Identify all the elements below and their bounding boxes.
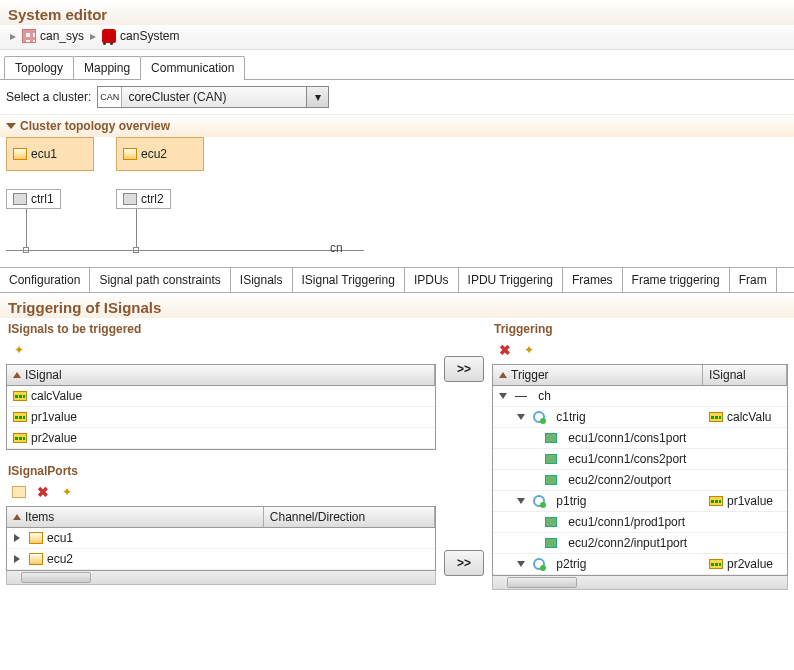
left-heading: ISignals to be triggered	[6, 318, 436, 340]
tab-configuration[interactable]: Configuration	[0, 268, 90, 292]
tree-row[interactable]: ecu2/conn2/input1port	[493, 533, 787, 554]
cluster-select[interactable]: CAN coreCluster (CAN) ▾	[97, 86, 329, 108]
highlight-icon[interactable]	[10, 484, 28, 500]
tree-row[interactable]: p2trig pr2value	[493, 554, 787, 575]
tree-row[interactable]: ecu2/conn2/outport	[493, 470, 787, 491]
port-icon	[545, 433, 557, 443]
controller-node-ctrl1[interactable]: ctrl1	[6, 189, 61, 209]
port-icon	[545, 517, 557, 527]
dropdown-icon[interactable]: ▾	[306, 87, 328, 107]
tab-frames[interactable]: Frames	[563, 268, 623, 292]
column-header-items[interactable]: Items	[7, 507, 264, 527]
collapse-icon[interactable]	[517, 498, 525, 504]
signal-icon	[13, 412, 27, 422]
scrollbar-thumb[interactable]	[507, 577, 577, 588]
breadcrumb-item-can-sys[interactable]: can_sys	[22, 29, 84, 43]
node-label: ecu1/conn1/cons1port	[568, 431, 686, 445]
expand-icon[interactable]	[14, 555, 20, 563]
column-header-isignal[interactable]: ISignal	[7, 365, 435, 385]
ecu-node-ecu2[interactable]: ecu2	[116, 137, 204, 171]
signal-icon	[709, 412, 723, 422]
ecu-icon	[29, 553, 43, 565]
tab-isignals[interactable]: ISignals	[231, 268, 293, 292]
ecu-label: ecu2	[141, 147, 167, 161]
tab-isignal-triggering[interactable]: ISignal Triggering	[293, 268, 405, 292]
table-row[interactable]: calcValue	[7, 386, 435, 407]
trigger-table: Trigger ISignal — ch c1trig calcValu ecu…	[492, 364, 788, 576]
port-icon	[545, 454, 557, 464]
collapse-icon[interactable]	[499, 393, 507, 399]
cell-value: ecu1	[47, 531, 73, 545]
tab-signal-path-constraints[interactable]: Signal path constraints	[90, 268, 230, 292]
ecu-label: ecu1	[31, 147, 57, 161]
breadcrumb-label: canSystem	[120, 29, 179, 43]
ecu-node-ecu1[interactable]: ecu1	[6, 137, 94, 171]
breadcrumb-item-cansystem[interactable]: canSystem	[102, 29, 179, 43]
refresh-icon[interactable]: ✦	[58, 484, 76, 500]
ecu-icon	[123, 148, 137, 160]
connector-line	[26, 209, 27, 251]
delete-icon[interactable]: ✖	[496, 342, 514, 358]
port-icon	[545, 538, 557, 548]
table-row[interactable]: pr2value	[7, 428, 435, 449]
node-label: ecu1/conn1/cons2port	[568, 452, 686, 466]
system-icon	[102, 29, 116, 43]
collapse-icon[interactable]	[517, 414, 525, 420]
signal-icon	[13, 433, 27, 443]
chevron-right-icon: ▸	[90, 29, 96, 43]
tab-frame-cut[interactable]: Fram	[730, 268, 777, 292]
tree-row[interactable]: — ch	[493, 386, 787, 407]
right-heading: Triggering	[492, 318, 788, 340]
scrollbar-horizontal[interactable]	[6, 571, 436, 585]
scrollbar-horizontal[interactable]	[492, 576, 788, 590]
tree-row[interactable]: p1trig pr1value	[493, 491, 787, 512]
tree-row[interactable]: c1trig calcValu	[493, 407, 787, 428]
tab-ipdus[interactable]: IPDUs	[405, 268, 459, 292]
refresh-icon[interactable]: ✦	[10, 342, 28, 358]
cluster-value: coreCluster (CAN)	[122, 87, 306, 107]
tab-communication[interactable]: Communication	[140, 56, 245, 79]
table-row[interactable]: ecu1	[7, 528, 435, 549]
cell-value: pr2value	[31, 431, 77, 445]
tree-row[interactable]: ecu1/conn1/prod1port	[493, 512, 787, 533]
trigger-icon	[533, 495, 545, 507]
table-row[interactable]: ecu2	[7, 549, 435, 570]
scrollbar-thumb[interactable]	[21, 572, 91, 583]
column-label: ISignal	[25, 368, 62, 382]
section-label: Cluster topology overview	[20, 119, 170, 133]
table-row[interactable]: pr1value	[7, 407, 435, 428]
port-icon	[545, 475, 557, 485]
bus-line	[6, 250, 364, 251]
column-label: ISignal	[709, 368, 746, 382]
sort-asc-icon	[13, 372, 21, 378]
controller-label: ctrl2	[141, 192, 164, 206]
signal-icon	[709, 559, 723, 569]
left-toolbar: ✦	[6, 340, 436, 364]
tab-topology[interactable]: Topology	[4, 56, 74, 79]
node-label: c1trig	[556, 410, 585, 424]
move-right-button[interactable]: >>	[444, 356, 484, 382]
cell-value: pr1value	[31, 410, 77, 424]
connector-line	[136, 209, 137, 251]
tree-row[interactable]: ecu1/conn1/cons1port	[493, 428, 787, 449]
delete-icon[interactable]: ✖	[34, 484, 52, 500]
cell-value: pr2value	[727, 557, 773, 571]
tree-row[interactable]: ecu1/conn1/cons2port	[493, 449, 787, 470]
signal-icon	[13, 391, 27, 401]
ecu-icon	[29, 532, 43, 544]
tab-frame-triggering[interactable]: Frame triggering	[623, 268, 730, 292]
column-header-channel[interactable]: Channel/Direction	[264, 507, 435, 527]
node-label: ch	[538, 389, 551, 403]
column-header-isignal[interactable]: ISignal	[703, 365, 787, 385]
collapse-icon[interactable]	[517, 561, 525, 567]
move-right-button[interactable]: >>	[444, 550, 484, 576]
tab-ipdu-triggering[interactable]: IPDU Triggering	[459, 268, 563, 292]
expand-icon[interactable]	[14, 534, 20, 542]
package-icon	[22, 29, 36, 43]
column-header-trigger[interactable]: Trigger	[493, 365, 703, 385]
controller-node-ctrl2[interactable]: ctrl2	[116, 189, 171, 209]
refresh-icon[interactable]: ✦	[520, 342, 538, 358]
section-cluster-topology[interactable]: Cluster topology overview	[0, 114, 794, 137]
tab-mapping[interactable]: Mapping	[73, 56, 141, 79]
breadcrumb-label: can_sys	[40, 29, 84, 43]
